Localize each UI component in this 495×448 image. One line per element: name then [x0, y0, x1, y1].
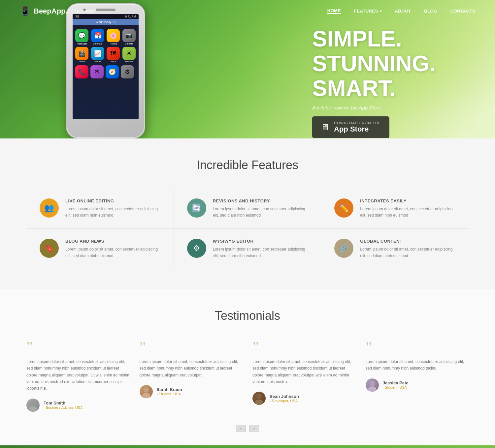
testimonial-author-0: Tom Smith - Business Advisor, USA: [26, 399, 130, 412]
feature-text-5: GLOBAL CONTENT Lorem ipsum dolor sit ame…: [360, 239, 455, 259]
feature-title-4: WYSIWYG EDITOR: [213, 239, 308, 244]
testimonial-text-1: Lorem ipsum dolor sit amet, consectetuer…: [140, 358, 243, 378]
testimonial-text-3: Lorem ipsum dolor sit amet, consectetuer…: [366, 358, 469, 372]
features-title: Incredible Features: [26, 158, 469, 172]
svg-point-5: [255, 400, 263, 405]
avatar-jessica: [366, 378, 379, 392]
feature-title-2: INTEGRATES EASILY: [360, 198, 455, 203]
feature-title-5: GLOBAL CONTENT: [360, 239, 455, 244]
app-icon-weather: ☀: [122, 47, 136, 60]
features-grid: 👥 LIVE ONLINE EDITING Lorem ipsum dolor …: [26, 189, 469, 269]
feature-item-3: 🔖 BLOG AND NEWS Lorem ipsum dolor sit am…: [26, 229, 174, 269]
features-section: Incredible Features 👥 LIVE ONLINE EDITIN…: [0, 138, 495, 289]
nav-home[interactable]: HOME: [327, 8, 341, 14]
feature-icon-4: ⚙: [187, 239, 206, 258]
svg-point-2: [144, 387, 149, 393]
feature-item-2: ✏️ INTEGRATES EASILY Lorem ipsum dolor s…: [321, 189, 469, 229]
testimonial-text-0: Lorem ipsum dolor sit amet, consectetuer…: [26, 358, 130, 392]
monitor-icon: 🖥: [321, 122, 329, 133]
feature-icon-2: ✏️: [334, 198, 353, 218]
app-icon-calendar: 📅: [91, 29, 104, 42]
app-icon-camera: 📷: [122, 29, 136, 42]
feature-item-0: 👥 LIVE ONLINE EDITING Lorem ipsum dolor …: [26, 189, 174, 229]
testimonials-grid: " Lorem ipsum dolor sit amet, consectetu…: [26, 339, 469, 412]
feature-text-4: WYSIWYG EDITOR Lorem ipsum dolor sit ame…: [213, 239, 308, 259]
app-icon-phone: 📞: [75, 65, 88, 78]
feature-desc-5: Lorem ipsum dolor sit amet, con sectetue…: [360, 246, 455, 259]
phone-dock: 📞 ✉ 🧭 ⚙: [73, 65, 139, 78]
feature-text-0: LIVE ONLINE EDITING Lorem ipsum dolor si…: [65, 198, 160, 219]
logo-icon: 📱: [20, 6, 30, 16]
feature-text-3: BLOG AND NEWS Lorem ipsum dolor sit amet…: [65, 239, 160, 259]
feature-title-3: BLOG AND NEWS: [65, 239, 160, 244]
author-role-1: - Student, USA: [157, 392, 182, 396]
app-icon-messages: 💬: [75, 29, 88, 42]
nav-about[interactable]: ABOUT: [395, 9, 411, 14]
nav-features[interactable]: FEATURES ▾: [354, 9, 382, 14]
quote-mark-0: ": [26, 339, 130, 355]
testimonial-2: " Lorem ipsum dolor sit amet, consectetu…: [252, 339, 356, 412]
feature-icon-3: 🔖: [40, 239, 59, 258]
testimonial-author-3: Jessica Pete - Student, USA: [366, 378, 469, 392]
author-role-0: - Business Advisor, USA: [44, 405, 83, 409]
chevron-down-icon: ▾: [380, 9, 382, 13]
author-name-1: Sarah Braun: [157, 387, 182, 392]
logo-text: BeepApp.: [34, 7, 68, 15]
svg-point-0: [30, 401, 36, 406]
testimonials-next-button[interactable]: ›: [249, 425, 259, 432]
app-icon-videos: 🎬: [75, 47, 88, 60]
svg-point-4: [256, 394, 262, 399]
quote-mark-1: ": [140, 339, 243, 355]
phone-screen: 3G 9:41 AM Wednesday 13 💬Messages 📅Calen…: [73, 14, 139, 119]
feature-icon-5: 🔗: [334, 239, 353, 258]
feature-icon-0: 👥: [40, 198, 59, 218]
svg-point-1: [29, 406, 37, 412]
phone-home-button: [101, 122, 111, 132]
feature-icon-1: 🔄: [187, 198, 206, 218]
feature-item-1: 🔄 REVISIONS AND HISTORY Lorem ipsum dolo…: [174, 189, 321, 229]
main-nav: HOME FEATURES ▾ ABOUT BLOG CONTACTS: [327, 8, 475, 14]
app-icon-settings: ⚙: [121, 65, 134, 78]
nav-blog[interactable]: BLOG: [424, 9, 437, 14]
feature-desc-2: Lorem ipsum dolor sit amet, con sectetue…: [360, 206, 455, 219]
testimonial-author-1: Sarah Braun - Student, USA: [140, 385, 243, 398]
feature-desc-0: Lorem ipsum dolor sit amet, con sectetue…: [65, 206, 160, 219]
testimonials-prev-button[interactable]: ‹: [236, 425, 246, 432]
testimonials-section: Testimonials " Lorem ipsum dolor sit ame…: [0, 289, 495, 445]
testimonial-0: " Lorem ipsum dolor sit amet, consectetu…: [26, 339, 130, 412]
feature-item-5: 🔗 GLOBAL CONTENT Lorem ipsum dolor sit a…: [321, 229, 469, 269]
feature-title-1: REVISIONS AND HISTORY: [213, 198, 308, 203]
avatar-sean: [252, 392, 266, 405]
hero-download-button[interactable]: 🖥 DOWNLOAD FROM THE App Store: [312, 116, 389, 138]
logo-tagline: All you need!: [71, 9, 96, 14]
testimonials-title: Testimonials: [26, 309, 469, 323]
feature-desc-1: Lorem ipsum dolor sit amet, con sectetue…: [213, 206, 308, 219]
testimonials-navigation: ‹ ›: [26, 425, 469, 432]
svg-point-7: [368, 386, 376, 392]
feature-desc-3: Lorem ipsum dolor sit amet, con sectetue…: [65, 246, 160, 259]
app-icon-photos: 🌸: [107, 29, 120, 42]
app-icon-maps: 🗺: [107, 47, 120, 60]
hero-subtitle: Available now on the App Store: [312, 105, 436, 110]
phone-app-grid: 💬Messages 📅Calendar 🌸Photos 📷Camera 🎬Vid…: [73, 26, 139, 65]
author-role-2: - Developer, USA: [270, 399, 299, 403]
author-name-2: Sean Johnson: [270, 394, 299, 399]
main-header: 📱 BeepApp. All you need! HOME FEATURES ▾…: [0, 0, 495, 22]
avatar-tom: [26, 399, 40, 412]
footer: DOWNLOAD THE APP ⬇ 👤 SUPPORT f FACEBOOK …: [0, 445, 495, 448]
avatar-sarah: [140, 385, 153, 398]
svg-point-6: [370, 381, 375, 386]
quote-mark-2: ": [252, 339, 356, 355]
feature-item-4: ⚙ WYSIWYG EDITOR Lorem ipsum dolor sit a…: [174, 229, 321, 269]
quote-mark-3: ": [366, 339, 469, 355]
testimonial-author-2: Sean Johnson - Developer, USA: [252, 392, 356, 405]
testimonial-text-2: Lorem ipsum dolor sit amet, consectetuer…: [252, 358, 356, 385]
svg-point-3: [142, 393, 150, 398]
app-icon-mail: ✉: [90, 65, 104, 78]
testimonial-3: " Lorem ipsum dolor sit amet, consectetu…: [366, 339, 469, 412]
phone-mockup: 3G 9:41 AM Wednesday 13 💬Messages 📅Calen…: [66, 3, 158, 138]
download-main-text: App Store: [334, 125, 381, 134]
feature-text-2: INTEGRATES EASILY Lorem ipsum dolor sit …: [360, 198, 455, 219]
nav-contacts[interactable]: CONTACTS: [450, 9, 475, 14]
feature-text-1: REVISIONS AND HISTORY Lorem ipsum dolor …: [213, 198, 308, 219]
